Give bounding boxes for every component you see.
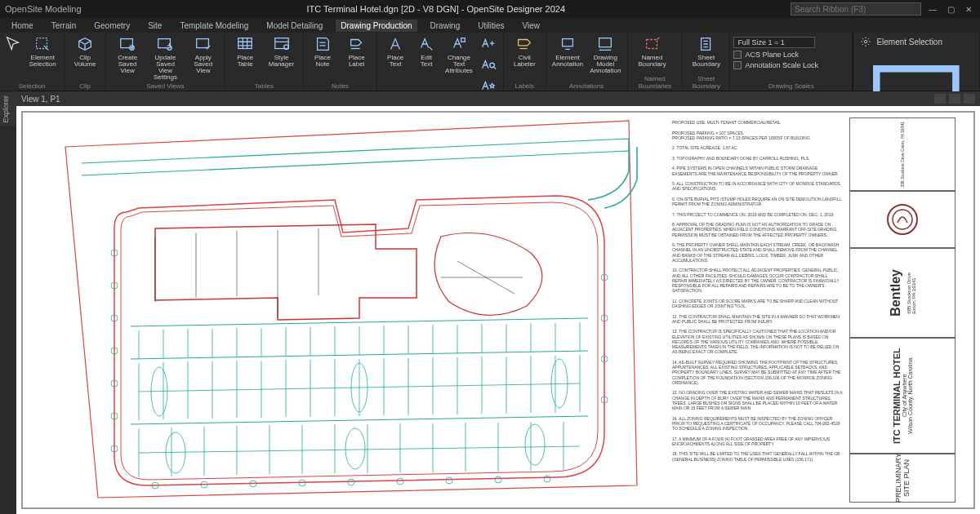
left-tool-column: Explorer	[0, 91, 16, 514]
svg-rect-5	[238, 38, 252, 49]
named-boundary-button[interactable]: Named Boundary	[631, 34, 674, 69]
element-selection-panel: Element Selection	[853, 33, 980, 91]
sheet-boundary-button[interactable]: Sheet Boundary	[686, 34, 726, 69]
firm-name: Bentley	[889, 269, 903, 317]
style-manager-button[interactable]: Style Manager	[263, 34, 299, 69]
svg-point-39	[446, 477, 452, 484]
place-text-button[interactable]: Place Text	[381, 34, 410, 69]
tab-site[interactable]: Site	[143, 20, 167, 32]
place-text-label: Place Text	[383, 55, 408, 68]
named-boundary-icon	[644, 35, 662, 53]
ribbon-group-notes: Place Note Place Label Notes	[304, 33, 377, 91]
text-tool-1-button[interactable]	[477, 34, 500, 55]
project-name: ITC TERMINAL HOTEL	[892, 348, 902, 444]
civil-labeler-button[interactable]: Civil Labeler	[507, 34, 542, 69]
svg-rect-1	[121, 39, 133, 48]
group-label-labels: Labels	[507, 82, 542, 91]
tab-template-modeling[interactable]: Template Modeling	[175, 20, 253, 32]
drawing-scale-dropdown[interactable]: Full Size 1 = 1	[733, 37, 815, 48]
tab-utilities[interactable]: Utilities	[473, 20, 509, 32]
note-line: PROPOSED PARKING RATIO = 7.13 SPACES PER…	[672, 135, 843, 140]
svg-point-24	[345, 428, 365, 469]
note-line: 16. ALL ZONING REQUIREMENTS MUST BE INSP…	[672, 416, 843, 432]
maximize-button[interactable]: ▢	[944, 2, 957, 16]
drawing-model-annotation-label: Drawing Model Annotation	[590, 55, 621, 74]
tab-terrain[interactable]: Terrain	[47, 20, 82, 32]
annotation-scale-lock-label: Annotation Scale Lock	[745, 61, 818, 69]
ribbon-search-input[interactable]	[791, 2, 921, 16]
element-selection-label: Element Selection	[27, 55, 58, 68]
place-label-button[interactable]: Place Label	[340, 34, 373, 69]
place-label-icon	[348, 35, 366, 53]
drawing-model-annotation-icon	[596, 35, 614, 53]
text-a-icon	[386, 35, 404, 53]
tab-view[interactable]: View	[517, 20, 545, 32]
update-saved-view-button[interactable]: Update Saved View Settings	[147, 34, 183, 82]
tab-model-detailing[interactable]: Model Detailing	[261, 20, 327, 32]
style-manager-icon	[273, 35, 291, 53]
svg-rect-12	[646, 40, 657, 49]
cursor-icon	[4, 35, 22, 53]
note-line: 7. THIS PROJECT TO COMMENCE ON: 2019 AND…	[672, 212, 843, 217]
minimize-button[interactable]: ―	[926, 2, 939, 16]
group-label-sheet-boundary: Sheet Boundary	[686, 74, 726, 91]
cursor-tool-button[interactable]	[3, 34, 23, 55]
tab-drawing-production[interactable]: Drawing Production	[336, 20, 416, 32]
view-close-button[interactable]	[964, 94, 975, 104]
note-line: 11. CONCRETE JOINTS OR SCORE MARKS ARE T…	[672, 299, 843, 309]
tab-geometry[interactable]: Geometry	[89, 20, 135, 32]
drawing-canvas[interactable]: PROPOSED USE: MULTI-TENANT COMMERCIAL/RE…	[16, 106, 980, 514]
ribbon-group-annotations: Element Annotation Drawing Model Annotat…	[546, 33, 628, 91]
note-line: 6. ON-SITE BURIAL PITS /STUMP HOLES REQU…	[672, 197, 843, 207]
tab-drawing[interactable]: Drawing	[425, 20, 466, 32]
titlebar: OpenSite Modeling ITC Terminal Hotel.dgn…	[0, 0, 980, 18]
svg-rect-3	[158, 39, 171, 48]
firm-cell: Bentley 685 Stockton Drive Exton, PA 193…	[849, 248, 956, 338]
checkbox-icon	[733, 51, 742, 59]
acs-plane-lock-label: ACS Plane Lock	[745, 51, 799, 59]
view-min-button[interactable]	[934, 94, 946, 104]
place-table-button[interactable]: Place Table	[229, 34, 261, 69]
explorer-tab[interactable]: Explorer	[0, 91, 16, 126]
workspace-mode[interactable]: OpenSite Modeling	[5, 4, 82, 14]
change-text-attributes-button[interactable]: Change Text Attributes	[443, 34, 475, 75]
ribbon-group-text: Place Text Edit Text Change Text Attribu…	[377, 33, 504, 91]
note-line: 3. TOPOGRAPHY AND BOUNDARY DONE BY CARRO…	[672, 156, 843, 161]
civil-labeler-icon	[515, 35, 533, 53]
element-annotation-button[interactable]: Element Annotation	[550, 34, 586, 69]
style-manager-label: Style Manager	[265, 55, 296, 68]
element-annotation-icon	[559, 35, 577, 53]
text-tool-2-button[interactable]	[477, 55, 500, 77]
clip-volume-label: Clip Volume	[70, 55, 100, 68]
svg-point-25	[525, 424, 545, 465]
note-line: 18. THIS SITE WILL BE LIMITED TO THE USE…	[672, 451, 843, 462]
ribbon-group-selection: Element Selection Selection	[0, 33, 65, 91]
drawing-model-annotation-button[interactable]: Drawing Model Annotation	[587, 34, 623, 75]
create-saved-view-icon	[118, 35, 136, 53]
annotation-scale-lock-check[interactable]: Annotation Scale Lock	[733, 61, 818, 69]
group-label-tables: Tables	[229, 82, 300, 91]
svg-rect-8	[461, 38, 466, 42]
close-button[interactable]: ✕	[962, 2, 975, 16]
group-label-named-boundaries: Named Boundaries	[631, 74, 679, 91]
apply-saved-view-label: Apply Saved View	[188, 55, 219, 74]
acs-plane-lock-check[interactable]: ACS Plane Lock	[733, 51, 799, 59]
create-saved-view-button[interactable]: Create Saved View	[109, 34, 145, 75]
note-line: 15. NO GRADING OVER THE EXISTING WATER A…	[672, 390, 843, 410]
group-label-clip: Clip	[68, 82, 102, 91]
view-header: View 1, P1	[16, 91, 980, 106]
ribbon-group-drawing-scales: Full Size 1 = 1 ACS Plane Lock Annotatio…	[730, 33, 853, 91]
note-line: 13. THE CONTRACTOR IS SPECIFICALLY CAUTI…	[672, 329, 843, 354]
edit-text-button[interactable]: Edit Text	[412, 34, 441, 69]
clip-volume-button[interactable]: Clip Volume	[68, 34, 102, 69]
element-selection-button[interactable]: Element Selection	[24, 34, 60, 69]
apply-saved-view-button[interactable]: Apply Saved View	[185, 34, 221, 75]
view-max-button[interactable]	[949, 94, 960, 104]
ribbon-tabs: Home Terrain Geometry Site Template Mode…	[0, 18, 980, 33]
element-annotation-label: Element Annotation	[552, 55, 583, 68]
tab-home[interactable]: Home	[7, 20, 38, 32]
panel-gear-icon	[860, 36, 871, 47]
note-line: 10. CONTRACTOR SHALL PROTECT ALL ADJACEN…	[672, 268, 843, 293]
checkbox-icon	[733, 61, 742, 69]
place-note-button[interactable]: Place Note	[307, 34, 339, 69]
